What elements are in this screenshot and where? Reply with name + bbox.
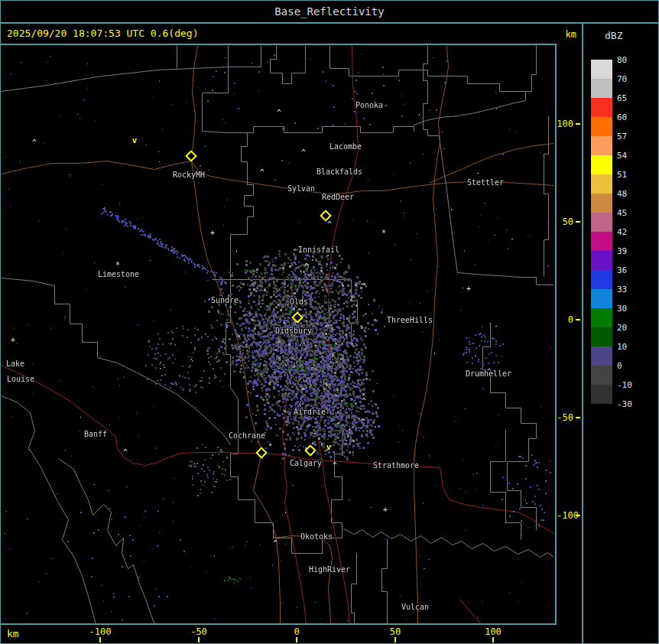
bottom-axis-tick [492, 637, 494, 642]
city-label: Louise [7, 375, 34, 383]
city-label: Calgary [290, 459, 322, 467]
city-label: Olds [290, 298, 308, 306]
right-axis-unit-label: km [555, 29, 576, 40]
legend-label: 57 [617, 132, 644, 141]
legend-label: 42 [617, 227, 644, 237]
city-label: RockyMH [173, 171, 205, 179]
peak-caret-marker: ^ [362, 397, 366, 405]
right-axis-tick-label: 50 [557, 216, 573, 227]
legend-swatch [591, 385, 612, 404]
legend-swatch [591, 232, 612, 251]
city-label: Strathmore [373, 461, 419, 470]
peak-caret-marker: ^ [304, 262, 309, 271]
legend-label: -10 [617, 380, 644, 390]
city-label: Sundre [211, 296, 239, 304]
right-axis-tick-label: 0 [557, 314, 573, 325]
city-label: Innisfail [298, 246, 339, 254]
legend-swatch [591, 98, 612, 117]
legend-swatch [591, 327, 612, 346]
bottom-axis-tick-label: -50 [190, 626, 207, 637]
peak-caret-marker: ^ [273, 539, 278, 548]
radar-viewer-window: Base_Reflectivity 2025/09/20 18:07:53 UT… [0, 0, 659, 644]
peak-caret-marker: ^ [277, 109, 281, 117]
wind-profiler-v-marker: v [132, 135, 138, 145]
legend-swatch [591, 117, 612, 136]
legend-label: 33 [617, 285, 644, 294]
city-label: Cochrane [229, 431, 265, 440]
right-axis-tick-label: 100 [557, 119, 573, 129]
plus-marker: + [383, 506, 388, 514]
bottom-axis-tick [198, 637, 200, 642]
bottom-axis-tick-label: 50 [390, 626, 401, 637]
legend-label: 54 [617, 151, 644, 161]
peak-caret-marker: ^ [327, 220, 332, 229]
city-label: HighRiver [309, 565, 350, 574]
bottom-axis-unit-label: km [7, 628, 19, 639]
right-axis-tick [576, 515, 580, 516]
legend-swatch [591, 60, 612, 79]
legend-label: 51 [617, 170, 644, 180]
asterisk-marker: * [115, 261, 120, 269]
legend-label: 65 [617, 93, 644, 103]
peak-caret-marker: ^ [32, 138, 37, 147]
peak-caret-marker: ^ [301, 148, 306, 157]
city-label: Blackfalds [317, 168, 362, 176]
radar-map-area: PonokaLacombeBlackfaldsSylvanRedDeerRock… [1, 45, 555, 623]
legend-swatch [591, 308, 612, 327]
city-label: RedDeer [322, 193, 354, 201]
city-label: Airdrie [294, 408, 326, 416]
city-label: Ponoka [355, 101, 383, 109]
city-label: Didsbury [275, 327, 312, 335]
legend-label: 80 [617, 55, 644, 65]
legend-label: 0 [617, 361, 644, 371]
peak-caret-marker: ^ [333, 461, 337, 470]
legend-swatch [591, 213, 612, 232]
legend-swatch [591, 194, 612, 213]
legend-label: 48 [617, 189, 644, 199]
legend-swatch [591, 155, 612, 174]
city-label: Drumheller [466, 369, 511, 378]
right-axis-tick [576, 221, 580, 223]
legend-swatch [591, 136, 612, 155]
peak-caret-marker: ^ [260, 168, 265, 177]
title-bar: Base_Reflectivity [1, 1, 658, 22]
timestamp-label: 2025/09/20 18:07:53 UTC 0.6(deg) [7, 28, 198, 39]
wind-profiler-v-marker: v [326, 442, 332, 452]
city-label: Sylvan [287, 184, 315, 193]
legend-swatch [591, 366, 612, 385]
city-label: Vulcan [401, 603, 429, 611]
bottom-axis-tick-label: 100 [485, 626, 502, 637]
legend-label: 20 [617, 323, 644, 333]
bottom-axis-tick-label: 0 [294, 626, 299, 637]
legend-swatch [591, 346, 612, 366]
reflectivity-legend-panel: dBZ 807065605754514845423936333020100-10… [583, 24, 657, 643]
legend-label: 10 [617, 342, 644, 352]
plus-marker: + [11, 336, 15, 344]
city-label: Lake [6, 359, 24, 368]
asterisk-marker: * [381, 229, 386, 237]
map-border-right [555, 44, 557, 625]
right-axis-tick [576, 123, 580, 125]
legend-label: 39 [617, 246, 644, 256]
status-row: 2025/09/20 18:07:53 UTC 0.6(deg) km [1, 24, 582, 44]
peak-caret-marker: ^ [300, 387, 305, 395]
legend-label: 45 [617, 208, 644, 218]
city-label: ThreeHills [387, 316, 433, 324]
legend-title: dBZ [605, 30, 622, 41]
bottom-axis-tick [296, 637, 297, 642]
city-label: Limestone [98, 270, 139, 278]
legend-swatch [591, 270, 612, 289]
city-label: Stettler [467, 178, 504, 187]
city-label: Banff [84, 430, 107, 438]
legend-swatch [591, 79, 612, 98]
legend-swatch [591, 289, 612, 308]
right-axis-tick [576, 319, 580, 320]
city-label: Lacombe [330, 142, 362, 151]
bottom-axis-tick [394, 637, 396, 642]
peak-caret-marker: ^ [123, 448, 128, 457]
legend-swatch [591, 251, 612, 270]
bottom-axis-tick-label: -100 [89, 626, 112, 637]
legend-label: 30 [617, 304, 644, 314]
legend-label: -30 [617, 399, 644, 409]
right-axis-tick-label: -50 [557, 412, 573, 423]
